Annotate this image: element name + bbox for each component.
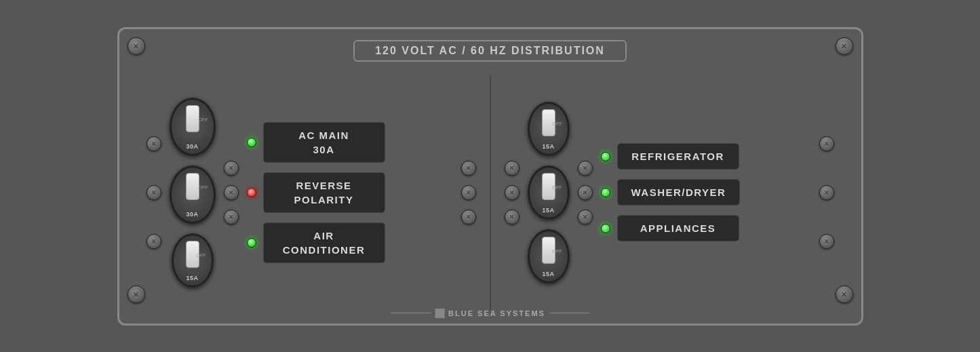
panel-title-bar: 120 VOLT AC / 60 HZ DISTRIBUTION bbox=[353, 40, 627, 62]
label-text-reverse-polarity: REVERSE POLARITY bbox=[277, 178, 371, 207]
screw bbox=[461, 161, 476, 176]
screw bbox=[224, 210, 239, 224]
screw bbox=[819, 185, 834, 200]
left-screws-column bbox=[224, 161, 239, 224]
row-appliances: APPLIANCES bbox=[601, 215, 811, 241]
panel-body: OFF 30A OFF 30A OFF 15A bbox=[140, 69, 841, 317]
label-plate-ac-main: AC MAIN 30A bbox=[263, 122, 385, 163]
breaker-appliances[interactable]: OFF 15A bbox=[528, 229, 570, 283]
screw bbox=[461, 210, 476, 224]
row-reverse-polarity: REVERSE POLARITY bbox=[247, 172, 453, 213]
screw bbox=[146, 185, 161, 200]
led-refrigerator bbox=[601, 152, 610, 161]
led-washer-dryer bbox=[601, 188, 610, 197]
breaker-rating: 15A bbox=[542, 143, 554, 150]
screw bbox=[578, 185, 593, 200]
label-text-ac-main: AC MAIN 30A bbox=[277, 128, 371, 157]
screw bbox=[819, 234, 834, 249]
brand-line-right bbox=[549, 313, 590, 313]
breaker-off-label: OFF bbox=[197, 253, 206, 258]
breaker-off-label: OFF bbox=[553, 121, 562, 126]
breaker-off-label: OFF bbox=[553, 249, 562, 254]
screw bbox=[461, 185, 476, 200]
label-plate-appliances: APPLIANCES bbox=[617, 215, 739, 241]
screw bbox=[578, 210, 593, 224]
breaker-washer-dryer[interactable]: OFF 15A bbox=[528, 165, 570, 220]
screw bbox=[505, 210, 520, 224]
brand-line-left bbox=[390, 313, 431, 313]
label-plate-air-conditioner: AIR CONDITIONER bbox=[263, 222, 385, 263]
breaker-reverse-polarity[interactable]: OFF 30A bbox=[170, 165, 216, 224]
right-left-screws bbox=[505, 161, 520, 224]
led-appliances bbox=[601, 224, 610, 233]
brand-bar: BLUE SEA SYSTEMS bbox=[390, 309, 590, 318]
row-air-conditioner: AIR CONDITIONER bbox=[247, 222, 453, 263]
corner-screw-tl bbox=[128, 37, 145, 55]
left-indicators-column: AC MAIN 30A REVERSE POLARITY bbox=[247, 122, 453, 263]
brand-text: BLUE SEA SYSTEMS bbox=[448, 309, 545, 317]
screw bbox=[224, 161, 239, 176]
right-section: OFF 15A OFF 15A OFF 15A bbox=[505, 69, 834, 317]
screw bbox=[146, 136, 161, 151]
left-breakers-column: OFF 30A OFF 30A OFF 15A bbox=[170, 98, 216, 288]
corner-screw-bl bbox=[128, 286, 145, 303]
screw bbox=[578, 161, 593, 176]
breaker-off-label: OFF bbox=[199, 117, 208, 122]
row-washer-dryer: WASHER/DRYER bbox=[601, 179, 811, 206]
label-text-air-conditioner: AIR CONDITIONER bbox=[277, 229, 371, 257]
led-air-conditioner bbox=[247, 238, 256, 248]
breaker-rating: 15A bbox=[186, 275, 198, 281]
breaker-rating: 15A bbox=[542, 271, 554, 277]
breaker-air-conditioner[interactable]: OFF 15A bbox=[172, 233, 214, 288]
label-plate-refrigerator: REFRIGERATOR bbox=[617, 143, 739, 170]
center-divider bbox=[490, 75, 491, 310]
screw bbox=[146, 234, 161, 249]
right-mid-screws bbox=[578, 161, 593, 224]
left-section: OFF 30A OFF 30A OFF 15A bbox=[146, 69, 476, 317]
panel-title: 120 VOLT AC / 60 HZ DISTRIBUTION bbox=[375, 45, 605, 56]
right-indicators-column: REFRIGERATOR WASHER/DRYER APPLIANCES bbox=[601, 143, 811, 241]
breaker-rating: 30A bbox=[186, 211, 198, 218]
breaker-rating: 15A bbox=[542, 207, 554, 214]
breaker-off-label: OFF bbox=[199, 185, 208, 190]
breaker-handle[interactable] bbox=[186, 105, 199, 132]
row-ac-main: AC MAIN 30A bbox=[247, 122, 453, 163]
led-ac-main bbox=[247, 138, 256, 147]
screw bbox=[819, 136, 834, 151]
right-breakers-column: OFF 15A OFF 15A OFF 15A bbox=[528, 102, 570, 283]
brand-logo-icon bbox=[435, 309, 444, 318]
left-bottom-screws bbox=[461, 161, 476, 224]
left-side-screws bbox=[146, 136, 161, 249]
control-panel: 120 VOLT AC / 60 HZ DISTRIBUTION OFF 30A bbox=[117, 27, 863, 326]
breaker-handle[interactable] bbox=[186, 173, 199, 200]
corner-screw-tr bbox=[836, 37, 853, 55]
label-text-washer-dryer: WASHER/DRYER bbox=[631, 185, 726, 199]
breaker-ac-main[interactable]: OFF 30A bbox=[170, 98, 216, 156]
screw bbox=[224, 185, 239, 200]
led-reverse-polarity bbox=[247, 188, 256, 197]
row-refrigerator: REFRIGERATOR bbox=[601, 143, 811, 170]
label-text-refrigerator: REFRIGERATOR bbox=[631, 149, 725, 163]
label-text-appliances: APPLIANCES bbox=[631, 221, 725, 235]
right-side-screws bbox=[819, 136, 834, 249]
breaker-off-label: OFF bbox=[553, 185, 562, 190]
corner-screw-br bbox=[836, 286, 853, 303]
screw bbox=[505, 161, 520, 176]
label-plate-reverse-polarity: REVERSE POLARITY bbox=[263, 172, 385, 213]
label-plate-washer-dryer: WASHER/DRYER bbox=[617, 179, 741, 206]
breaker-rating: 30A bbox=[186, 143, 198, 150]
breaker-refrigerator[interactable]: OFF 15A bbox=[528, 102, 570, 156]
screw bbox=[505, 185, 520, 200]
